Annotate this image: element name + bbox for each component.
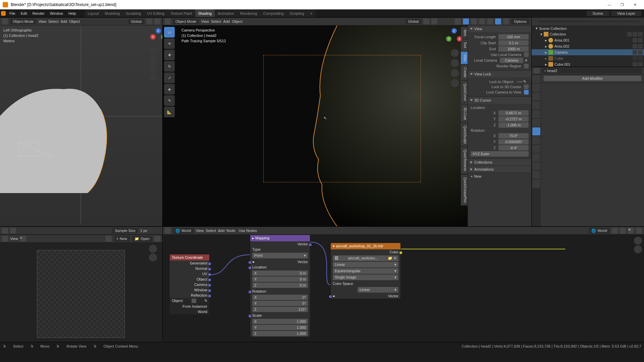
use-nodes-toggle[interactable]: Use Nodes [237,229,257,233]
hide-icon[interactable] [633,32,637,37]
add-modifier-dropdown[interactable]: Add Modifier [544,76,641,81]
vtab-item[interactable]: Item [461,27,468,39]
lock-3d-cursor-checkbox[interactable] [524,84,529,89]
outliner-collection[interactable]: ▾Collection [532,31,644,37]
vtab-view[interactable]: View [461,52,468,64]
socket-uv[interactable]: UV [170,271,209,277]
image-datablock-field[interactable]: 🖼 aircraft_worksho... 📁 ✕ [333,255,398,261]
loc-y-field[interactable]: Y0 m [252,277,308,282]
tab-uv-editing[interactable]: UV Editing [144,9,167,17]
tab-scripting[interactable]: Scripting [287,9,307,17]
tab-add[interactable]: + [307,9,315,17]
disable-render-icon[interactable] [638,62,643,67]
vp-menu-object[interactable]: Object [69,19,80,23]
camera-icon[interactable] [451,69,459,77]
ptab-render[interactable] [532,75,540,83]
tab-sculpting[interactable]: Sculpting [123,9,144,17]
proportional-toggle[interactable] [431,18,437,24]
ptab-modifier[interactable] [532,127,540,135]
panel-collections-header[interactable]: Collections [468,159,531,166]
options-dropdown[interactable]: Options [511,19,529,24]
shield-icon[interactable] [620,228,626,234]
rot-y-field[interactable]: Y5° [252,301,308,306]
outliner-item[interactable]: ▸Area.002 [532,43,644,49]
panel-3dcursor-header[interactable]: 3D Cursor [468,97,531,104]
vtab-quadremesh[interactable]: Quad Remesh [461,147,468,174]
rotation-mode-dropdown[interactable]: XYZ Euler [471,151,529,157]
properties-type-icon[interactable] [534,68,540,74]
pan-icon[interactable] [149,253,157,261]
image-datablock-icon[interactable] [106,236,112,242]
ptab-viewlayer[interactable] [532,93,540,101]
cursor-x-field[interactable]: 0.6671 m [498,110,529,116]
vtab-3dcoat[interactable]: 3D-Coat [461,105,468,122]
tab-compositing[interactable]: Compositing [260,9,287,17]
loc-x-field[interactable]: X0 m [252,270,308,276]
node-menu-view[interactable]: View [196,229,204,233]
perspective-icon[interactable] [149,73,157,81]
pan-icon[interactable] [149,56,157,64]
transform-tool[interactable]: ◈ [164,84,175,95]
eyedropper-icon[interactable]: ✎ [523,79,529,84]
outliner-item[interactable]: ▸Cube [532,55,644,61]
scale-z-field[interactable]: Z1.000 [252,331,308,336]
cursor-rx-field[interactable]: 70.8° [498,133,529,138]
interpolation-dropdown[interactable]: Linear▾ [333,262,398,267]
rot-x-field[interactable]: X0° [252,295,308,300]
blender-logo-icon[interactable] [0,9,7,17]
socket-object[interactable]: Object [170,277,209,282]
panel-annotations-header[interactable]: Annotations [468,166,531,173]
outliner-item[interactable]: ▸Camera [532,49,644,55]
image-browse-icon[interactable] [2,236,8,242]
shading-wire-icon[interactable] [471,18,477,24]
zoom-icon[interactable] [149,245,157,253]
disable-render-icon[interactable] [638,56,643,61]
hide-icon[interactable] [633,50,637,55]
overlay-toggle[interactable] [455,18,461,24]
tab-animation[interactable]: Animation [215,9,237,17]
colorspace-dropdown[interactable]: Linear▾ [358,287,398,293]
socket-reflection[interactable]: Reflection [170,293,209,298]
ptab-physics[interactable] [532,145,540,153]
node-texture-coordinate[interactable]: Texture Coordinate Generated Normal UV O… [169,254,210,315]
hide-icon[interactable] [633,62,637,67]
vtab-create[interactable]: Create [461,65,468,80]
clip-end-field[interactable]: 1000 m [498,46,529,52]
tab-texture-paint[interactable]: Texture Paint [167,9,195,17]
mapping-type-dropdown[interactable]: Point▾ [252,253,308,258]
viewport-right-area[interactable]: ▭ ✛ ✥ ↻ ⤢ ◈ ✎ 📐 Camera Perspective (1) C… [163,25,531,226]
new-image-button[interactable]: + New [114,236,130,241]
ptab-mesh[interactable] [532,162,540,170]
socket-vector-in[interactable]: ● Vector [331,293,400,299]
socket-color-out[interactable]: Color [331,249,400,255]
paint-brush-icon[interactable] [10,228,16,234]
move-tool[interactable]: ✥ [164,50,175,60]
menu-edit[interactable]: Edit [18,9,30,17]
img-menu-icon[interactable]: ≡ [20,236,26,242]
loc-z-field[interactable]: Z0 m [252,283,308,288]
snap-toggle[interactable] [146,18,152,24]
disable-render-icon[interactable] [638,32,643,37]
proportional-toggle[interactable] [154,18,160,24]
render-region-checkbox[interactable] [524,64,529,68]
menu-file[interactable]: File [7,9,18,17]
menu-render[interactable]: Render [30,9,47,17]
image-source-dropdown[interactable]: Single Image▾ [333,275,398,280]
orientation-dropdown[interactable]: Global [405,19,421,24]
scale-y-field[interactable]: Y1.000 [252,325,308,330]
vp-menu-select[interactable]: Select [48,19,59,23]
ptab-output[interactable] [532,84,540,92]
editor-type-icon[interactable] [165,228,171,234]
pin-icon[interactable] [612,228,618,234]
pin-icon[interactable] [154,236,160,242]
scene-dropdown[interactable]: Scene [587,11,609,16]
clip-start-field[interactable]: 0.1 m [498,40,529,46]
node-canvas[interactable]: Texture Coordinate Generated Normal UV O… [163,235,644,342]
node-header[interactable]: ▸ Mapping [250,235,310,241]
vp-menu-object[interactable]: Object [232,19,243,23]
node-mapping[interactable]: ▸ Mapping Vector Type: Point▾ ● Vector L… [250,235,310,337]
vtab-quicksculpt[interactable]: QuickSculpt [461,123,468,146]
socket-camera[interactable]: Camera [170,282,209,287]
snap-icon[interactable] [636,228,642,234]
vp-menu-view[interactable]: View [38,19,46,23]
